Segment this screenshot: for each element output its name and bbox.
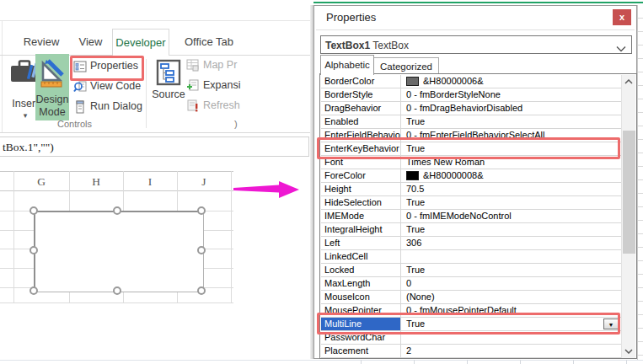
scrollbar-thumb[interactable] [623,131,635,254]
property-row-integralheight[interactable]: IntegralHeightTrue [321,223,621,237]
property-row-borderstyle[interactable]: BorderStyle0 - fmBorderStyleNone [321,88,621,102]
property-name[interactable]: LinkedCell [321,250,400,264]
resize-handle-bottom-center[interactable] [113,286,121,295]
design-mode-button[interactable]: Design Mode [35,54,69,120]
property-row-height[interactable]: Height70.5 [321,183,621,196]
tab-alphabetic[interactable]: Alphabetic [320,55,374,75]
property-name[interactable]: Height [321,183,400,196]
property-name[interactable]: HideSelection [321,196,400,210]
property-name[interactable]: MouseIcon [321,291,400,304]
run-dialog-button[interactable]: Run Dialog [73,99,145,116]
column-header-i[interactable]: I [123,172,177,192]
property-name[interactable]: IntegralHeight [321,223,400,237]
property-value[interactable]: 0 - fmBorderStyleNone [400,88,621,102]
property-row-enterfieldbehavior[interactable]: EnterFieldBehavior0 - fmEnterFieldBehavi… [321,129,621,142]
property-value[interactable]: True▼ [400,318,621,331]
property-name[interactable]: Left [321,237,400,250]
resize-handle-middle-left[interactable] [29,246,38,254]
property-name[interactable]: PasswordChar [321,331,400,345]
property-row-linkedcell[interactable]: LinkedCell [321,250,621,264]
tab-view[interactable]: View [72,29,110,55]
source-button[interactable]: Source [152,57,185,108]
property-value[interactable]: True [400,196,621,210]
resize-handle-middle-right[interactable] [197,246,206,254]
property-name[interactable]: Enabled [321,115,400,129]
property-row-bordercolor[interactable]: BorderColor&H80000006& [321,75,621,88]
property-row-multiline[interactable]: MultiLineTrue▼ [321,318,621,331]
property-name[interactable]: IMEMode [321,210,400,223]
object-selector[interactable]: TextBox1 TextBox [320,35,632,54]
property-row-maxlength[interactable]: MaxLength0 [321,277,621,291]
expansion-button[interactable]: Expansi [186,78,245,95]
property-name[interactable]: Locked [321,264,400,277]
property-row-enabled[interactable]: EnabledTrue [321,115,621,129]
property-name[interactable]: EnterKeyBehavior [321,142,400,156]
property-value[interactable]: True [400,223,621,237]
property-value[interactable]: 0 - fmMousePointerDefault [400,304,621,318]
property-value[interactable]: Times New Roman [400,156,621,169]
property-name[interactable]: DragBehavior [321,102,400,115]
property-name[interactable]: BorderStyle [321,88,400,102]
close-icon[interactable]: x [613,9,631,25]
resize-handle-top-left[interactable] [29,206,38,215]
scroll-down-icon[interactable] [622,345,635,358]
tab-review[interactable]: Review [15,29,67,55]
property-row-placement[interactable]: Placement2 [321,345,621,358]
property-name[interactable]: MaxLength [321,277,400,291]
scrollbar[interactable] [621,75,635,358]
tab-office-tab[interactable]: Office Tab [173,29,245,55]
properties-button[interactable]: Properties [73,59,145,76]
column-header-g[interactable]: G [13,172,69,192]
refresh-button[interactable]: Refresh [186,99,245,115]
property-value[interactable]: (None) [400,291,621,304]
resize-handle-top-right[interactable] [197,206,206,215]
property-value[interactable] [400,331,621,345]
property-row-imemode[interactable]: IMEMode0 - fmIMEModeNoControl [321,210,621,223]
property-row-dragbehavior[interactable]: DragBehavior0 - fmDragBehaviorDisabled [321,102,621,115]
property-row-enterkeybehavior[interactable]: EnterKeyBehaviorTrue [321,142,621,156]
chevron-down-icon[interactable] [616,40,626,58]
tab-developer[interactable]: Developer [112,29,169,56]
property-value[interactable] [400,250,621,264]
resize-handle-bottom-right[interactable] [197,286,206,295]
property-name[interactable]: ForeColor [321,169,400,183]
property-name[interactable]: Font [321,156,400,169]
property-value[interactable]: True [400,142,621,156]
property-value[interactable]: 0 - fmDragBehaviorDisabled [400,102,621,115]
property-name[interactable]: EnterFieldBehavior [321,129,400,142]
map-properties-button[interactable]: Map Pr [186,58,245,75]
expansion-packs-icon [186,79,199,95]
property-row-mousepointer[interactable]: MousePointer0 - fmMousePointerDefault [321,304,621,318]
property-value[interactable]: 0 - fmEnterFieldBehaviorSelectAll [400,129,621,142]
property-row-locked[interactable]: LockedTrue [321,264,621,277]
view-code-button[interactable]: View Code [73,79,145,96]
property-value[interactable]: 0 [400,277,621,291]
column-header-j[interactable]: J [177,172,231,192]
column-header-h[interactable]: H [69,172,123,192]
property-value[interactable]: 70.5 [400,183,621,196]
scroll-up-icon[interactable] [622,75,635,88]
property-value[interactable]: &H80000008& [400,169,621,183]
property-name[interactable]: MultiLine [321,318,400,331]
property-name[interactable]: BorderColor [321,75,400,88]
property-row-forecolor[interactable]: ForeColor&H80000008& [321,169,621,183]
property-row-mouseicon[interactable]: MouseIcon(None) [321,291,621,304]
dropdown-button[interactable]: ▼ [603,318,619,329]
property-row-passwordchar[interactable]: PasswordChar [321,331,621,345]
property-row-left[interactable]: Left306 [321,237,621,250]
property-value[interactable]: True [400,264,621,277]
property-name[interactable]: MousePointer [321,304,400,318]
property-value[interactable]: True [400,115,621,129]
property-value[interactable]: 2 [400,345,621,358]
resize-handle-bottom-left[interactable] [29,286,38,295]
property-value[interactable]: 306 [400,237,621,250]
property-name[interactable]: Placement [321,345,400,358]
property-row-font[interactable]: FontTimes New Roman [321,156,621,169]
formula-bar[interactable]: tBox.1","") [0,136,309,157]
property-value[interactable]: &H80000006& [400,75,621,88]
property-row-hideselection[interactable]: HideSelectionTrue [321,196,621,210]
textbox-control[interactable] [34,211,204,292]
tab-categorized[interactable]: Categorized [373,57,439,75]
resize-handle-top-center[interactable] [113,206,121,215]
property-value[interactable]: 0 - fmIMEModeNoControl [400,210,621,223]
